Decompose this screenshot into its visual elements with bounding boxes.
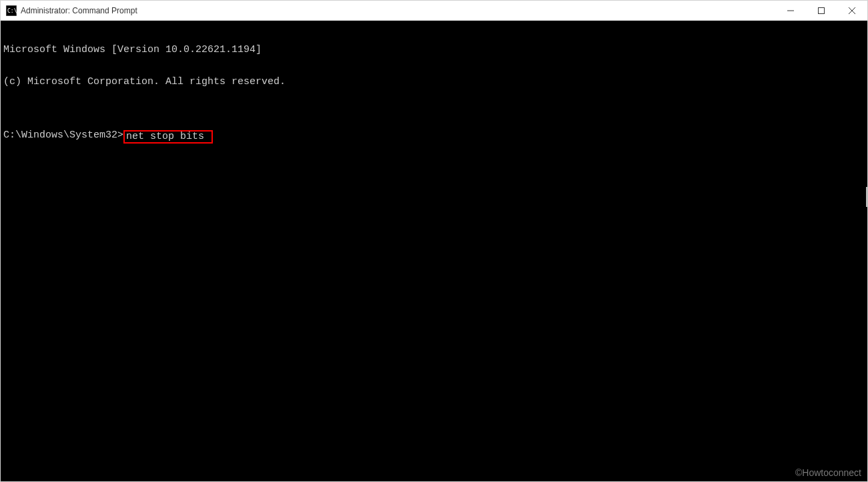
console-area[interactable]: Microsoft Windows [Version 10.0.22621.11… bbox=[1, 21, 867, 481]
watermark: ©Howtoconnect bbox=[795, 467, 861, 478]
minimize-button[interactable] bbox=[775, 1, 806, 20]
maximize-icon bbox=[818, 7, 825, 14]
console-prompt: C:\Windows\System32> bbox=[3, 130, 123, 144]
maximize-button[interactable] bbox=[806, 1, 837, 20]
svg-text:C:\: C:\ bbox=[7, 8, 17, 14]
window-title: Administrator: Command Prompt bbox=[21, 6, 775, 15]
console-line-version: Microsoft Windows [Version 10.0.22621.11… bbox=[3, 45, 865, 55]
close-icon bbox=[849, 7, 855, 14]
minimize-icon bbox=[787, 7, 794, 14]
cmd-icon: C:\ bbox=[6, 5, 17, 16]
svg-rect-3 bbox=[819, 7, 825, 13]
close-button[interactable] bbox=[837, 1, 867, 20]
console-line-copyright: (c) Microsoft Corporation. All rights re… bbox=[3, 77, 865, 87]
highlighted-command: net stop bits bbox=[123, 130, 213, 144]
console-command: net stop bits bbox=[126, 131, 204, 142]
window-controls bbox=[775, 1, 867, 20]
titlebar[interactable]: C:\ Administrator: Command Prompt bbox=[1, 1, 867, 21]
console-prompt-line: C:\Windows\System32>net stop bits bbox=[3, 130, 865, 144]
command-prompt-window: C:\ Administrator: Command Prompt bbox=[0, 0, 868, 482]
